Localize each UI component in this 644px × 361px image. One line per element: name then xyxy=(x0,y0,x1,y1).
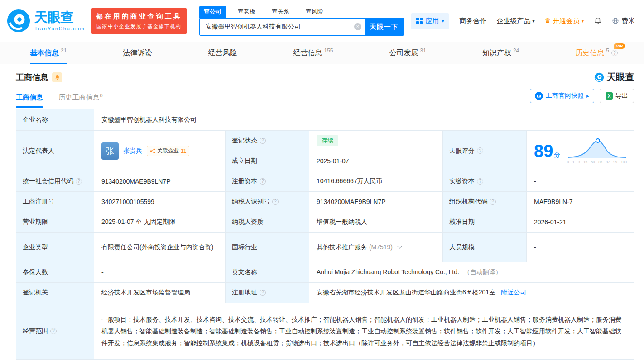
tab-label: 经营风险 xyxy=(208,48,237,58)
search-tabs: 查公司 查老板 查关系 查风险 xyxy=(199,6,404,18)
industry-value: 其他技术推广服务 (M7519) xyxy=(309,233,443,262)
help-icon[interactable]: ? xyxy=(260,290,266,296)
apps-grid-icon xyxy=(416,18,423,24)
tab-basic-info[interactable]: 基本信息 21 xyxy=(30,42,67,64)
org-code-value: MAE9B9LN-7 xyxy=(527,192,634,212)
tab-business-risk[interactable]: 经营风险 xyxy=(208,42,237,64)
tab-intellectual-property[interactable]: 知识产权 24 xyxy=(482,42,519,64)
watermark-brand: 天眼查 xyxy=(607,71,634,83)
score-value: 89分 013 155085 9799100 xyxy=(527,131,634,171)
reg-capital-value: 10416.666667万人民币 xyxy=(309,171,443,192)
subtab-history-registration[interactable]: 历史工商信息0 xyxy=(58,93,102,108)
export-button[interactable]: X 导出 xyxy=(600,89,634,103)
tab-company-development[interactable]: 公司发展 31 xyxy=(389,42,426,64)
tab-label: 公司发展 xyxy=(389,48,418,58)
search-tab-boss[interactable]: 查老板 xyxy=(233,6,260,18)
chevron-down-icon: ▾ xyxy=(582,19,584,24)
help-icon[interactable]: ? xyxy=(490,199,496,205)
nearby-companies-link[interactable]: 附近公司 xyxy=(501,289,526,296)
related-companies-tag[interactable]: 关联企业 11 xyxy=(147,146,189,156)
reg-authority-value: 经济技术开发区市场监督管理局 xyxy=(94,283,226,303)
section-head: 工商信息 天眼查 xyxy=(0,64,644,85)
reg-status-label: 登记状态? xyxy=(226,131,309,151)
approval-date-label: 核准日期 xyxy=(443,212,527,233)
business-term-label: 营业期限 xyxy=(16,212,94,233)
credit-code-label: 统一社会信用代码? xyxy=(16,171,94,192)
chevron-down-icon: ▾ xyxy=(442,19,444,24)
section-title: 工商信息 xyxy=(16,72,48,83)
related-label: 关联企业 xyxy=(157,147,179,155)
promo-line1: 都在用的商业查询工具 xyxy=(96,12,182,21)
taxpayer-quality-label: 纳税人资质 xyxy=(226,212,309,233)
sub-tabs-row: 工商信息 历史工商信息0 工商官网快照 ▸ X 导出 xyxy=(0,85,644,108)
reg-address-value: 安徽省芜湖市经济技术开发区龙山街道华山路商业街6＃楼201室 附近公司 xyxy=(309,283,634,303)
credit-code-value: 91340200MAE9B9LN7P xyxy=(94,171,226,192)
tab-legal-proceedings[interactable]: 法律诉讼 xyxy=(123,42,152,64)
subtab-count: 0 xyxy=(100,93,102,98)
paid-capital-label: 实缴资本? xyxy=(443,171,527,192)
help-icon[interactable]: ? xyxy=(76,178,82,185)
reg-capital-label: 注册资本? xyxy=(226,171,309,192)
apps-button[interactable]: 应用 ▾ xyxy=(411,13,449,29)
insured-count-value: - xyxy=(94,262,226,283)
tab-label: 历史信息 xyxy=(575,48,604,58)
menu-open-vip[interactable]: ♛ 开通会员 ▾ xyxy=(545,17,584,25)
legal-rep-name-link[interactable]: 张贵兵 xyxy=(123,147,142,155)
tianyancha-logo-icon xyxy=(6,9,31,33)
subtab-label: 历史工商信息 xyxy=(58,93,99,101)
main-nav: 基本信息 21 法律诉讼 经营风险 经营信息 155 公司发展 31 知识产权 … xyxy=(0,42,644,64)
search-button[interactable]: 天眼一下 xyxy=(365,19,403,35)
legal-rep-label: 法定代表人 xyxy=(16,131,94,171)
help-icon[interactable]: ? xyxy=(50,328,57,334)
globe-icon xyxy=(612,17,619,24)
reg-number-value: 340271000105599 xyxy=(94,192,226,212)
paid-capital-value: - xyxy=(527,171,634,192)
export-label: 导出 xyxy=(615,92,628,100)
help-icon[interactable]: ? xyxy=(477,147,483,154)
legal-rep-value: 张 张贵兵 关联企业 11 xyxy=(94,131,226,171)
tab-count: 5 xyxy=(606,48,609,54)
help-icon[interactable]: ? xyxy=(272,199,279,205)
username: 费米 xyxy=(621,17,635,25)
user-menu[interactable]: 费米 xyxy=(612,17,635,25)
status-badge: 存续 xyxy=(317,135,338,146)
legal-rep-avatar[interactable]: 张 xyxy=(101,142,119,160)
top-menu: 应用 ▾ 商务合作 企业级产品 ▾ ♛ 开通会员 ▾ xyxy=(411,13,638,29)
vip-label: 开通会员 xyxy=(553,17,580,25)
menu-business-cooperation[interactable]: 商务合作 xyxy=(459,17,486,25)
tab-history-info[interactable]: VIP 历史信息 5 ? xyxy=(575,42,618,64)
business-term-value: 2025-01-07 至 无固定期限 xyxy=(94,212,226,233)
search-tab-company[interactable]: 查公司 xyxy=(199,6,226,18)
subtab-business-registration[interactable]: 工商信息 xyxy=(16,93,43,108)
chevron-down-icon[interactable] xyxy=(397,244,402,248)
score-chart-axis: 013 155085 9799100 xyxy=(567,160,627,164)
staff-size-value: - xyxy=(527,233,634,262)
logo-text: 天眼查 TianYanCha.com xyxy=(34,11,85,31)
search-tab-relation[interactable]: 查关系 xyxy=(267,6,294,18)
staff-size-label: 人员规模 xyxy=(443,233,527,262)
search-box: × 天眼一下 xyxy=(199,18,404,36)
tianyancha-watermark: 天眼查 xyxy=(594,71,634,83)
search-area: 查公司 查老板 查关系 查风险 × 天眼一下 xyxy=(199,6,404,36)
help-icon[interactable]: ? xyxy=(260,138,266,144)
score-chart: 013 155085 9799100 xyxy=(567,138,627,164)
tab-business-info[interactable]: 经营信息 155 xyxy=(293,42,333,64)
network-icon xyxy=(150,148,155,154)
org-code-label: 组织机构代码? xyxy=(443,192,527,212)
taxpayer-quality-value: 增值税一般纳税人 xyxy=(309,212,443,233)
tianyan-score[interactable]: 89分 013 155085 9799100 xyxy=(534,138,627,164)
notification-bell-icon[interactable] xyxy=(594,17,602,25)
tab-label: 基本信息 xyxy=(30,48,59,58)
search-tab-risk[interactable]: 查风险 xyxy=(301,6,328,18)
clear-search-icon[interactable]: × xyxy=(354,23,361,30)
tab-count: 31 xyxy=(420,48,426,54)
tianyancha-logo[interactable]: 天眼查 TianYanCha.com xyxy=(6,9,85,33)
help-icon[interactable]: ? xyxy=(611,50,618,56)
menu-enterprise-products[interactable]: 企业级产品 ▾ xyxy=(496,17,534,25)
monitor-bell-icon[interactable] xyxy=(52,72,62,82)
search-input[interactable] xyxy=(200,19,365,35)
taxpayer-id-label: 纳税人识别号? xyxy=(226,192,309,212)
help-icon[interactable]: ? xyxy=(477,178,483,185)
official-snapshot-button[interactable]: 工商官网快照 ▸ xyxy=(530,89,594,103)
help-icon[interactable]: ? xyxy=(260,178,266,185)
